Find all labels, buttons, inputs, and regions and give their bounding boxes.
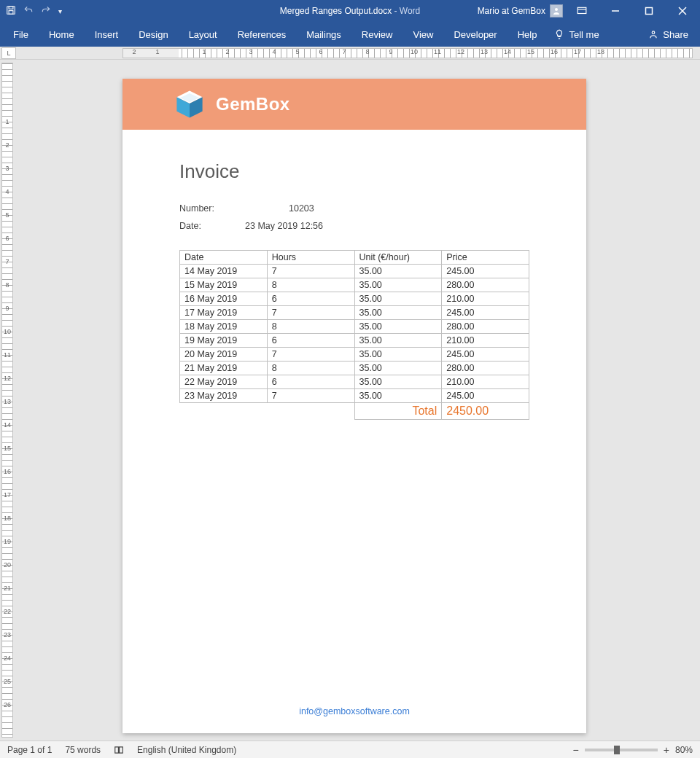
table-cell: 245.00 (442, 265, 529, 278)
vertical-ruler[interactable]: 1234567891011121314151617181920212223242… (1, 63, 13, 738)
table-cell: 35.00 (354, 362, 442, 375)
minimize-icon[interactable] (601, 0, 630, 22)
invoice-title: Invoice (179, 160, 529, 183)
zoom-level[interactable]: 80% (675, 745, 693, 755)
table-cell: 19 May 2019 (180, 334, 268, 348)
ruler-tick: 22 (2, 600, 12, 623)
zoom-out-button[interactable]: − (573, 745, 579, 755)
footer-email-link[interactable]: info@gemboxsoftware.com (299, 706, 410, 716)
table-row: 16 May 2019635.00210.00 (180, 292, 529, 306)
ruler-tick: 3 (2, 157, 12, 180)
ruler-tick: 11 (426, 48, 449, 55)
horizontal-ruler[interactable]: L 21123456789101112131415161718 (0, 47, 700, 60)
document-area[interactable]: 1234567891011121314151617181920212223242… (0, 60, 700, 741)
tab-help[interactable]: Help (508, 22, 548, 47)
undo-icon[interactable] (23, 5, 34, 17)
svg-rect-7 (646, 8, 653, 15)
ruler-tick: 8 (2, 273, 12, 297)
ruler-tick: 7 (2, 250, 12, 273)
tab-insert[interactable]: Insert (85, 22, 129, 47)
col-hours: Hours (267, 251, 354, 265)
ruler-tick: 6 (309, 48, 332, 55)
word-count[interactable]: 75 words (65, 745, 101, 755)
ruler-tick: 26 (2, 693, 12, 716)
brand-name: GemBox (216, 94, 290, 114)
col-price: Price (442, 251, 529, 265)
ruler-tick: 10 (2, 320, 12, 343)
table-cell: 17 May 2019 (180, 306, 268, 320)
tab-design[interactable]: Design (128, 22, 178, 47)
zoom-control: − + 80% (573, 745, 693, 755)
table-cell: 35.00 (354, 334, 442, 348)
table-cell: 15 May 2019 (180, 278, 268, 292)
app-name: Word (400, 6, 420, 16)
svg-rect-1 (9, 6, 13, 9)
zoom-in-button[interactable]: + (664, 745, 669, 755)
page-indicator[interactable]: Page 1 of 1 (7, 745, 52, 755)
user-name[interactable]: Mario at GemBox (478, 6, 545, 16)
gembox-logo-icon (174, 88, 206, 120)
status-bar: Page 1 of 1 75 words English (United Kin… (0, 741, 700, 758)
table-cell: 35.00 (354, 306, 442, 320)
table-cell: 7 (267, 348, 354, 362)
ruler-tick: 18 (2, 507, 12, 530)
maximize-icon[interactable] (634, 0, 664, 22)
qat-customize-icon[interactable]: ▾ (58, 7, 62, 15)
table-cell: 35.00 (354, 348, 442, 362)
save-icon[interactable] (6, 5, 16, 17)
zoom-slider[interactable] (585, 749, 658, 751)
language-indicator[interactable]: English (United Kingdom) (137, 745, 236, 755)
tab-view[interactable]: View (402, 22, 443, 47)
ruler-tick: 13 (472, 48, 496, 55)
date-value: 23 May 2019 12:56 (245, 221, 323, 231)
tell-me-label: Tell me (569, 29, 599, 40)
ruler-tick: 1 (2, 110, 12, 133)
total-label: Total (354, 403, 442, 420)
tab-review[interactable]: Review (351, 22, 403, 47)
redo-icon[interactable] (41, 5, 51, 17)
ruler-tick: 14 (496, 48, 519, 55)
page[interactable]: GemBox Invoice Number: 10203 Date: 23 Ma… (122, 79, 586, 733)
tab-mailings[interactable]: Mailings (296, 22, 351, 47)
title-sep: - (392, 6, 400, 16)
ruler-tick: 2 (122, 48, 146, 55)
table-cell: 8 (267, 362, 354, 375)
table-cell: 18 May 2019 (180, 320, 268, 334)
ruler-tick: 13 (2, 390, 12, 413)
table-row: 22 May 2019635.00210.00 (180, 375, 529, 389)
tab-home[interactable]: Home (39, 22, 85, 47)
ruler-tick: 23 (2, 623, 12, 646)
tell-me-search[interactable]: Tell me (547, 22, 606, 47)
doc-header: GemBox (122, 79, 586, 130)
ruler-tick: 9 (2, 297, 12, 320)
tab-selector[interactable]: L (1, 47, 16, 59)
ruler-tick: 5 (286, 48, 309, 55)
table-cell: 35.00 (354, 320, 442, 334)
tab-file[interactable]: File (3, 22, 39, 47)
ribbon-display-options-icon[interactable] (567, 0, 596, 22)
table-cell: 280.00 (442, 362, 529, 375)
user-avatar-icon[interactable] (550, 4, 563, 17)
table-cell: 20 May 2019 (180, 348, 268, 362)
col-date: Date (180, 251, 268, 265)
ruler-tick: 6 (2, 227, 12, 250)
close-icon[interactable] (668, 0, 697, 22)
table-cell: 14 May 2019 (180, 265, 268, 278)
spellcheck-icon[interactable] (114, 744, 124, 755)
tab-layout[interactable]: Layout (179, 22, 228, 47)
svg-point-10 (653, 31, 656, 34)
document-title: Merged Ranges Output.docx (280, 6, 392, 16)
ruler-tick: 2 (2, 133, 12, 157)
table-cell: 8 (267, 320, 354, 334)
table-cell: 210.00 (442, 334, 529, 348)
tab-developer[interactable]: Developer (443, 22, 507, 47)
share-label: Share (663, 29, 688, 40)
doc-body[interactable]: Invoice Number: 10203 Date: 23 May 2019 … (122, 130, 586, 434)
ruler-tick (169, 48, 192, 55)
tab-references[interactable]: References (228, 22, 296, 47)
ruler-tick: 19 (2, 530, 12, 553)
share-button[interactable]: Share (639, 22, 697, 47)
ruler-tick: 8 (356, 48, 379, 55)
table-cell: 35.00 (354, 292, 442, 306)
table-cell: 210.00 (442, 292, 529, 306)
